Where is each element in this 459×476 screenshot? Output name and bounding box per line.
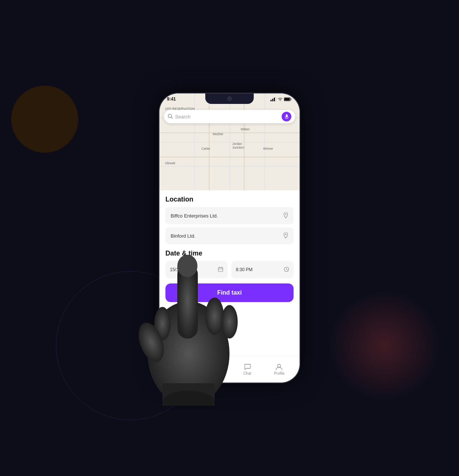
svg-rect-3: [276, 97, 277, 101]
svg-point-11: [285, 234, 287, 235]
svg-point-23: [278, 364, 281, 367]
bottom-nav: Home Booking Chat Profile: [159, 356, 300, 383]
bg-circle: [11, 86, 78, 153]
mic-button[interactable]: [282, 112, 291, 121]
nav-profile-label: Profile: [274, 371, 284, 375]
find-taxi-button[interactable]: Find taxi: [165, 283, 294, 302]
nav-chat-label: Chat: [243, 371, 251, 375]
find-taxi-label: Find taxi: [217, 289, 242, 296]
chat-icon: [244, 363, 251, 371]
calendar-icon: [218, 267, 223, 273]
status-icons: [270, 97, 292, 101]
phone-wrapper: 9:41: [159, 93, 300, 383]
nav-home-label: Home: [174, 371, 184, 375]
pin-icon-to: [283, 232, 288, 239]
svg-line-18: [287, 269, 288, 270]
svg-rect-2: [274, 98, 275, 101]
svg-line-7: [171, 117, 173, 118]
map-label-jordan: JordanJunction: [232, 142, 244, 149]
clock-icon: [284, 267, 289, 273]
booking-icon: [210, 363, 218, 371]
wifi-icon: [278, 97, 283, 101]
status-bar: 9:41: [167, 96, 292, 102]
svg-rect-8: [286, 114, 288, 117]
nav-item-profile[interactable]: Profile: [269, 361, 289, 378]
svg-rect-12: [218, 267, 223, 272]
bg-glow-right: [329, 290, 440, 402]
home-icon: [176, 363, 183, 371]
nav-item-booking[interactable]: Booking: [203, 361, 225, 378]
map-background: OFF-RESERVATION TRUST LAND Ideal Mosher …: [159, 93, 300, 190]
date-field[interactable]: 15/10/1954: [165, 261, 228, 278]
svg-rect-0: [270, 100, 272, 101]
status-time: 9:41: [167, 96, 176, 102]
location-from-field[interactable]: Biffco Enterprises Ltd.: [165, 207, 294, 224]
datetime-title: Date & time: [165, 250, 294, 257]
phone: 9:41: [159, 93, 300, 383]
time-field[interactable]: 8:30 PM: [231, 261, 294, 278]
pin-icon-from: [283, 212, 288, 219]
signal-icon: [270, 97, 276, 101]
time-value: 8:30 PM: [236, 267, 253, 272]
map-label-okreek: Okreek: [165, 161, 175, 165]
nav-booking-label: Booking: [207, 371, 221, 375]
datetime-row: 15/10/1954 8:30 PM: [165, 261, 294, 278]
content-area: Location Biffco Enterprises Ltd. Binford…: [159, 190, 300, 356]
nav-item-chat[interactable]: Chat: [239, 361, 256, 378]
svg-rect-5: [284, 98, 290, 101]
phone-screen: 9:41: [159, 93, 300, 383]
battery-icon: [284, 97, 292, 101]
search-input[interactable]: Search: [175, 114, 279, 120]
location-to-text: Binford Ltd.: [171, 233, 196, 239]
search-bar[interactable]: Search: [164, 110, 295, 123]
map-label-witten: Witten: [241, 127, 250, 131]
map-area: OFF-RESERVATION TRUST LAND Ideal Mosher …: [159, 93, 300, 190]
svg-rect-1: [272, 99, 273, 101]
search-icon: [168, 114, 173, 120]
location-to-field[interactable]: Binford Ltd.: [165, 227, 294, 244]
location-title: Location: [165, 196, 294, 203]
date-value: 15/10/1954: [170, 267, 192, 272]
location-from-text: Biffco Enterprises Ltd.: [171, 213, 218, 219]
svg-point-10: [285, 213, 287, 215]
nav-item-home[interactable]: Home: [170, 361, 189, 378]
profile-icon: [275, 363, 283, 371]
